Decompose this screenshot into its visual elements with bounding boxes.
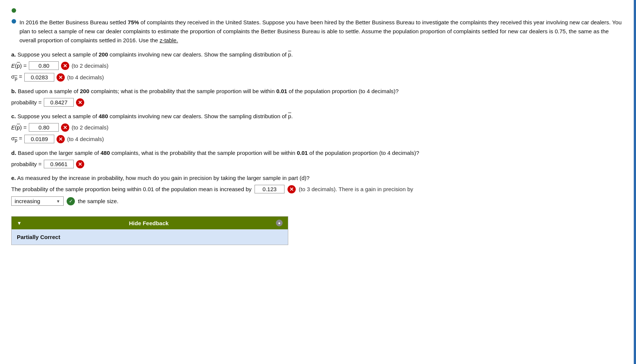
sigma-input-a[interactable]: 0.0283 bbox=[24, 73, 54, 82]
sigma-hint-a: (to 4 decimals) bbox=[67, 74, 104, 80]
main-container: In 2016 the Better Business Bureau settl… bbox=[0, 0, 636, 364]
prob-error-icon-b[interactable]: ✕ bbox=[76, 98, 84, 107]
intro-paragraph: In 2016 the Better Business Bureau settl… bbox=[19, 18, 625, 45]
sigma-row-a: σp = 0.0283 ✕ (to 4 decimals) bbox=[11, 73, 625, 82]
bullet-blue-icon bbox=[11, 19, 16, 25]
section-d-label: d. Based upon the larger sample of 480 c… bbox=[11, 149, 625, 157]
ep-input-a[interactable]: 0.80 bbox=[29, 61, 59, 70]
feedback-close-button[interactable]: ● bbox=[276, 220, 283, 226]
ep-hint-a: (to 2 decimals) bbox=[71, 62, 108, 69]
section-b-label: b. Based upon a sample of 200 complaints… bbox=[11, 87, 625, 96]
section-c: c. Suppose you select a sample of 480 co… bbox=[11, 112, 625, 143]
sigma-hint-c: (to 4 decimals) bbox=[67, 136, 104, 142]
intro-text-row: In 2016 the Better Business Bureau settl… bbox=[11, 18, 625, 45]
section-e-label: e. As measured by the increase in probab… bbox=[11, 174, 625, 183]
feedback-body: Partially Correct bbox=[12, 229, 288, 245]
chevron-down-icon: ▼ bbox=[56, 199, 60, 204]
feedback-arrow: ▼ bbox=[17, 220, 22, 226]
prob-input-b[interactable]: 0.8427 bbox=[44, 98, 74, 107]
sigma-label-a: σp = bbox=[11, 73, 22, 81]
sigma-row-c: σp = 0.0189 ✕ (to 4 decimals) bbox=[11, 135, 625, 143]
sigma-input-c[interactable]: 0.0189 bbox=[24, 135, 54, 143]
feedback-container: ▼ Hide Feedback ● Partially Correct bbox=[11, 216, 288, 245]
section-a-label: a. Suppose you select a sample of 200 co… bbox=[11, 50, 625, 59]
svg-point-1 bbox=[12, 19, 16, 24]
ep-label-c: E(p) = bbox=[11, 124, 27, 131]
right-border bbox=[634, 0, 636, 364]
section-e-select-row: increasing ▼ ✓ the sample size. bbox=[11, 196, 625, 206]
sigma-error-icon-a[interactable]: ✕ bbox=[57, 73, 65, 82]
select-value: increasing bbox=[15, 198, 54, 204]
ep-row-a: E(p) = 0.80 ✕ (to 2 decimals) bbox=[11, 61, 625, 70]
feedback-header[interactable]: ▼ Hide Feedback ● bbox=[12, 217, 288, 229]
increase-input[interactable]: 0.123 bbox=[255, 185, 284, 193]
check-icon: ✓ bbox=[67, 197, 75, 205]
section-e: e. As measured by the increase in probab… bbox=[11, 174, 625, 206]
section-d: d. Based upon the larger sample of 480 c… bbox=[11, 149, 625, 168]
ep-error-icon-c[interactable]: ✕ bbox=[61, 123, 69, 132]
increase-hint: (to 3 decimals). There is a gain in prec… bbox=[299, 186, 413, 192]
feedback-status: Partially Correct bbox=[17, 234, 60, 240]
section-b: b. Based upon a sample of 200 complaints… bbox=[11, 87, 625, 107]
increasing-select[interactable]: increasing ▼ bbox=[11, 196, 64, 206]
section-a: a. Suppose you select a sample of 200 co… bbox=[11, 50, 625, 82]
ztable-link[interactable]: z-table. bbox=[159, 37, 178, 43]
prob-label-b: probability = bbox=[11, 99, 42, 105]
ep-error-icon-a[interactable]: ✕ bbox=[61, 62, 69, 70]
increase-error-icon[interactable]: ✕ bbox=[287, 185, 296, 193]
intro-row bbox=[11, 7, 625, 14]
ep-row-c: E(p) = 0.80 ✕ (to 2 decimals) bbox=[11, 123, 625, 132]
ep-label-a: E(p) = bbox=[11, 62, 27, 69]
section-c-label: c. Suppose you select a sample of 480 co… bbox=[11, 112, 625, 121]
prob-row-d: probability = 0.9661 ✕ bbox=[11, 160, 625, 168]
sigma-error-icon-c[interactable]: ✕ bbox=[57, 135, 65, 143]
sigma-label-c: σp = bbox=[11, 135, 22, 143]
prob-label-d: probability = bbox=[11, 161, 42, 167]
prob-row-b: probability = 0.8427 ✕ bbox=[11, 98, 625, 107]
section-e-row: The probability of the sample proportion… bbox=[11, 185, 625, 193]
svg-point-0 bbox=[12, 8, 16, 13]
trail-text: the sample size. bbox=[78, 198, 118, 204]
section-e-desc: The probability of the sample proportion… bbox=[11, 186, 252, 192]
prob-error-icon-d[interactable]: ✕ bbox=[76, 160, 84, 168]
ep-input-c[interactable]: 0.80 bbox=[29, 123, 59, 132]
bullet-green-icon bbox=[11, 8, 16, 14]
feedback-title: Hide Feedback bbox=[129, 220, 169, 226]
prob-input-d[interactable]: 0.9661 bbox=[44, 160, 74, 168]
ep-hint-c: (to 2 decimals) bbox=[71, 124, 108, 131]
